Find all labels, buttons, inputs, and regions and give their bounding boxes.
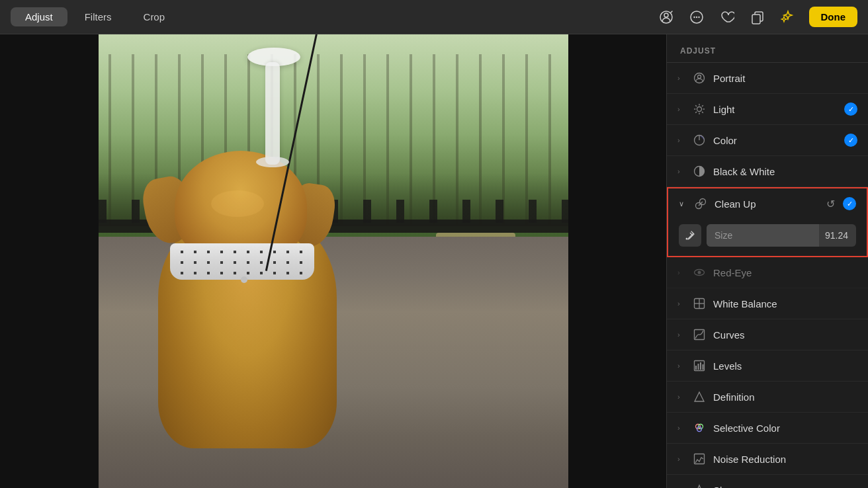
duplicate-icon[interactable] [748, 8, 767, 26]
magic-icon[interactable] [779, 8, 797, 26]
svg-rect-34 [700, 362, 701, 370]
sidebar-item-sharpen[interactable]: › Sharpen [667, 475, 868, 488]
chevron-icon: › [677, 300, 687, 307]
redeye-item-icon [692, 265, 707, 280]
done-button[interactable]: Done [809, 7, 858, 27]
sidebar-item-levels-label: Levels [713, 360, 857, 372]
svg-rect-35 [703, 364, 704, 370]
size-value: 91.24 [825, 230, 848, 241]
noisereduction-item-icon [692, 452, 707, 466]
svg-point-9 [698, 75, 701, 79]
size-slider[interactable]: Size 91.24 [707, 224, 856, 247]
chevron-icon: › [677, 455, 687, 463]
heart-icon[interactable] [718, 8, 736, 26]
sidebar-item-definition-label: Definition [713, 391, 857, 403]
svg-line-17 [702, 105, 703, 106]
cleanup-chevron-down-icon: ∨ [679, 200, 688, 208]
curves-item-icon [692, 327, 707, 342]
sidebar-item-selectivecolor-label: Selective Color [713, 423, 857, 434]
tab-adjust[interactable]: Adjust [11, 7, 67, 26]
cleanup-label: Clean Up [715, 198, 826, 210]
svg-line-15 [695, 105, 697, 106]
svg-rect-32 [695, 366, 697, 370]
chevron-icon: › [677, 362, 687, 370]
bw-item-icon [692, 164, 707, 179]
svg-line-18 [695, 112, 697, 113]
definition-item-icon [692, 389, 707, 404]
size-label: Size [715, 230, 825, 241]
sidebar-item-curves-label: Curves [713, 329, 857, 341]
chevron-icon: › [677, 136, 687, 144]
sidebar-item-selectivecolor[interactable]: › Selective Color [667, 413, 868, 444]
svg-point-3 [693, 16, 695, 17]
photo-container [99, 34, 568, 488]
tab-filters[interactable]: Filters [70, 7, 126, 26]
toolbar-actions: Done [657, 7, 858, 27]
cleanup-item-icon [693, 196, 708, 211]
selectivecolor-item-icon [692, 421, 707, 435]
sidebar-item-bw-label: Black & White [713, 166, 857, 177]
cleanup-controls: Size 91.24 [668, 219, 867, 256]
sidebar-item-color[interactable]: › Color ✓ [667, 125, 868, 156]
chevron-icon: › [677, 167, 687, 175]
sidebar-item-sharpen-label: Sharpen [713, 485, 857, 489]
toolbar: Adjust Filters Crop [0, 0, 868, 34]
svg-point-4 [695, 16, 697, 17]
svg-rect-7 [752, 15, 760, 24]
svg-rect-33 [698, 364, 699, 370]
whitebalance-item-icon [692, 296, 707, 311]
sidebar: ADJUST › Portrait › Light ✓ › Color ✓ [666, 34, 868, 488]
sidebar-item-noisereduction-label: Noise Reduction [713, 454, 857, 465]
sidebar-item-cleanup: ∨ Clean Up ↺ ✓ Size 91.24 [667, 187, 868, 257]
sidebar-item-portrait[interactable]: › Portrait [667, 63, 868, 94]
chevron-icon: › [677, 74, 687, 82]
sidebar-item-light[interactable]: › Light ✓ [667, 94, 868, 125]
chevron-icon: › [677, 268, 687, 276]
tab-group: Adjust Filters Crop [11, 7, 179, 26]
cleanup-action-group: ↺ ✓ [826, 197, 856, 210]
chevron-icon: › [677, 331, 687, 339]
main-content: ADJUST › Portrait › Light ✓ › Color ✓ [0, 34, 868, 488]
chevron-icon: › [677, 424, 687, 432]
photo-area [0, 34, 666, 488]
sidebar-item-curves[interactable]: › Curves [667, 319, 868, 350]
light-check-badge: ✓ [844, 102, 857, 116]
sidebar-item-portrait-label: Portrait [713, 73, 857, 84]
svg-point-26 [698, 271, 701, 274]
chevron-icon: › [677, 105, 687, 113]
levels-item-icon [692, 358, 707, 373]
svg-point-5 [698, 16, 699, 17]
sidebar-item-bw[interactable]: › Black & White [667, 156, 868, 187]
cleanup-check-badge: ✓ [843, 197, 856, 210]
cleanup-header[interactable]: ∨ Clean Up ↺ ✓ [668, 188, 867, 219]
sidebar-header: ADJUST [667, 34, 868, 63]
svg-line-16 [702, 112, 703, 113]
sidebar-item-redeye-label: Red-Eye [713, 267, 857, 278]
sidebar-item-redeye[interactable]: › Red-Eye [667, 257, 868, 288]
sharpen-item-icon [692, 483, 707, 488]
sidebar-item-whitebalance[interactable]: › White Balance [667, 288, 868, 319]
sidebar-item-definition[interactable]: › Definition [667, 382, 868, 413]
undo-icon[interactable]: ↺ [826, 198, 835, 210]
svg-line-23 [699, 202, 703, 206]
color-check-badge: ✓ [844, 134, 857, 147]
tab-crop[interactable]: Crop [129, 7, 180, 26]
svg-point-1 [664, 13, 668, 17]
light-item-icon [692, 102, 707, 116]
sidebar-item-whitebalance-label: White Balance [713, 298, 857, 309]
brush-tool-button[interactable] [679, 224, 701, 247]
svg-point-24 [686, 238, 688, 240]
portrait-icon[interactable] [657, 8, 675, 26]
sidebar-item-noisereduction[interactable]: › Noise Reduction [667, 444, 868, 475]
portrait-item-icon [692, 71, 707, 85]
svg-point-10 [697, 107, 702, 112]
sidebar-item-light-label: Light [713, 104, 844, 115]
more-icon[interactable] [687, 8, 706, 26]
sidebar-item-levels[interactable]: › Levels [667, 350, 868, 382]
sidebar-item-color-label: Color [713, 135, 844, 146]
color-item-icon [692, 133, 707, 147]
chevron-icon: › [677, 393, 687, 401]
